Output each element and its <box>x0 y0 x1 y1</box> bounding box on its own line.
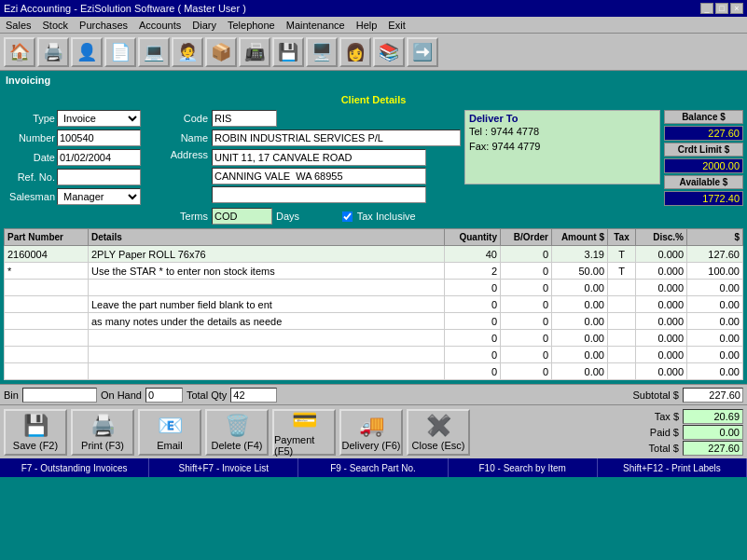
cell-amount[interactable] <box>552 263 608 280</box>
cell-disc[interactable] <box>636 280 687 296</box>
address-line1-input[interactable] <box>212 149 426 166</box>
toolbar-monitor[interactable]: 🖥️ <box>306 37 338 67</box>
cell-border[interactable] <box>501 363 552 380</box>
shortcut-shift-f12[interactable]: Shift+F12 - Print Labels <box>598 458 747 477</box>
cell-tax[interactable]: T <box>608 246 636 263</box>
save-button[interactable]: 💾 Save (F2) <box>4 409 67 456</box>
cell-border[interactable] <box>501 296 552 313</box>
toolbar-person[interactable]: 👩 <box>339 37 371 67</box>
cell-details[interactable] <box>89 363 445 380</box>
toolbar-books[interactable]: 📚 <box>373 37 405 67</box>
cell-details[interactable] <box>89 280 445 296</box>
cell-disc[interactable] <box>636 263 687 280</box>
cell-amount[interactable] <box>552 363 608 380</box>
cell-qty[interactable] <box>445 246 501 263</box>
refno-input[interactable] <box>57 169 141 185</box>
table-row[interactable]: 0.00 <box>5 280 743 296</box>
table-row[interactable]: 0.00 <box>5 363 743 380</box>
cell-border[interactable] <box>501 246 552 263</box>
cell-details[interactable] <box>89 263 445 280</box>
cell-tax[interactable] <box>608 330 636 347</box>
cell-disc[interactable] <box>636 347 687 363</box>
cell-border[interactable] <box>501 280 552 296</box>
cell-total[interactable]: 0.00 <box>687 347 743 363</box>
cell-border[interactable] <box>501 330 552 347</box>
salesman-select[interactable]: Manager <box>57 188 141 205</box>
cell-tax[interactable] <box>608 363 636 380</box>
name-input[interactable] <box>212 130 461 146</box>
window-controls[interactable]: _ □ × <box>700 3 743 14</box>
number-input[interactable] <box>57 130 141 146</box>
cell-disc[interactable] <box>636 296 687 313</box>
cell-amount[interactable] <box>552 347 608 363</box>
toolbar-exit[interactable]: ➡️ <box>407 37 438 67</box>
cell-border[interactable] <box>501 347 552 363</box>
total-qty-input[interactable] <box>230 388 277 403</box>
cell-qty[interactable] <box>445 296 501 313</box>
maximize-button[interactable]: □ <box>715 3 728 14</box>
shortcut-shift-f7[interactable]: Shift+F7 - Invoice List <box>149 458 298 477</box>
cell-qty[interactable] <box>445 363 501 380</box>
on-hand-input[interactable] <box>145 388 183 403</box>
cell-part[interactable] <box>5 330 89 347</box>
cell-border[interactable] <box>501 263 552 280</box>
cell-disc[interactable] <box>636 330 687 347</box>
cell-disc[interactable] <box>636 246 687 263</box>
toolbar-fax[interactable]: 📠 <box>239 37 270 67</box>
cell-details[interactable] <box>89 246 445 263</box>
print-button[interactable]: 🖨️ Print (F3) <box>71 409 134 456</box>
cell-total[interactable]: 0.00 <box>687 313 743 330</box>
code-input[interactable] <box>212 110 277 127</box>
cell-total[interactable]: 0.00 <box>687 363 743 380</box>
cell-total[interactable]: 0.00 <box>687 280 743 296</box>
table-row[interactable]: 0.00 <box>5 296 743 313</box>
table-row[interactable]: 0.00 <box>5 330 743 347</box>
cell-amount[interactable] <box>552 280 608 296</box>
cell-total[interactable]: 0.00 <box>687 330 743 347</box>
table-row[interactable]: T 127.60 <box>5 246 743 263</box>
cell-part[interactable] <box>5 313 89 330</box>
toolbar-box[interactable]: 📦 <box>205 37 237 67</box>
cell-part[interactable] <box>5 296 89 313</box>
cell-part[interactable] <box>5 246 89 263</box>
menu-stock[interactable]: Stock <box>37 19 75 32</box>
cell-total[interactable]: 0.00 <box>687 296 743 313</box>
cell-tax[interactable] <box>608 296 636 313</box>
menu-accounts[interactable]: Accounts <box>133 19 187 32</box>
cell-part[interactable] <box>5 347 89 363</box>
menu-help[interactable]: Help <box>351 19 383 32</box>
toolbar-save[interactable]: 💾 <box>272 37 304 67</box>
close-button[interactable]: ✖️ Close (Esc) <box>407 409 470 456</box>
cell-qty[interactable] <box>445 280 501 296</box>
toolbar-user[interactable]: 👤 <box>71 37 103 67</box>
cell-amount[interactable] <box>552 313 608 330</box>
cell-part[interactable] <box>5 363 89 380</box>
menu-sales[interactable]: Sales <box>0 19 37 32</box>
cell-details[interactable] <box>89 347 445 363</box>
menu-telephone[interactable]: Telephone <box>222 19 281 32</box>
payment-button[interactable]: 💳 Payment (F5) <box>272 409 336 456</box>
date-input[interactable] <box>57 149 141 166</box>
cell-tax[interactable] <box>608 347 636 363</box>
cell-qty[interactable] <box>445 347 501 363</box>
toolbar-staff[interactable]: 🧑‍💼 <box>172 37 203 67</box>
cell-disc[interactable] <box>636 313 687 330</box>
type-select[interactable]: Invoice Quote Order <box>57 110 141 127</box>
table-row[interactable]: 0.00 <box>5 313 743 330</box>
cell-amount[interactable] <box>552 296 608 313</box>
delete-button[interactable]: 🗑️ Delete (F4) <box>205 409 269 456</box>
cell-tax[interactable]: T <box>608 263 636 280</box>
cell-part[interactable] <box>5 263 89 280</box>
terms-input[interactable] <box>212 208 272 225</box>
toolbar-home[interactable]: 🏠 <box>4 37 35 67</box>
toolbar-computer[interactable]: 💻 <box>138 37 170 67</box>
cell-disc[interactable] <box>636 363 687 380</box>
cell-tax[interactable] <box>608 280 636 296</box>
cell-total[interactable]: 100.00 <box>687 263 743 280</box>
menu-purchases[interactable]: Purchases <box>74 19 133 32</box>
cell-total[interactable]: 127.60 <box>687 246 743 263</box>
table-row[interactable]: T 100.00 <box>5 263 743 280</box>
shortcut-f7[interactable]: F7 - Outstanding Invoices <box>0 458 149 477</box>
cell-border[interactable] <box>501 313 552 330</box>
bin-input[interactable] <box>22 388 97 403</box>
